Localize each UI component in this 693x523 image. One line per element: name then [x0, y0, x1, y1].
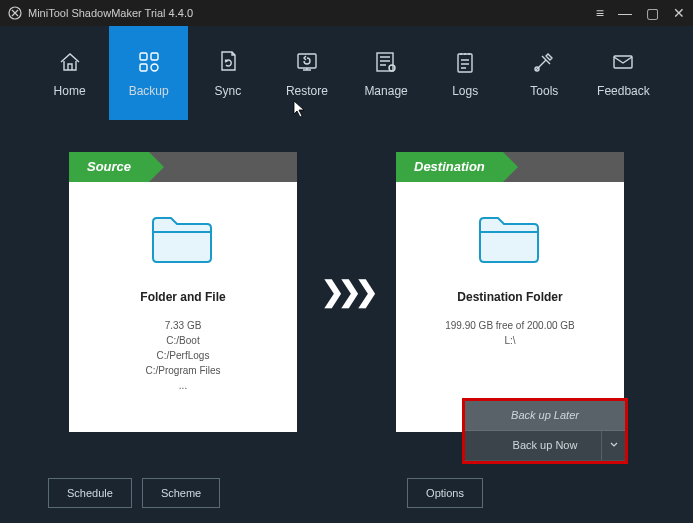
source-path: C:/Boot [166, 333, 199, 348]
tab-label: Backup [129, 84, 169, 98]
destination-header: Destination [396, 152, 624, 182]
tab-label: Home [54, 84, 86, 98]
close-icon[interactable]: ✕ [673, 5, 685, 21]
chevron-down-icon[interactable] [601, 431, 625, 460]
tab-label: Logs [452, 84, 478, 98]
toolbar: Home Backup Sync Restore Manage [0, 26, 693, 120]
svg-rect-2 [151, 53, 158, 60]
backup-later-button[interactable]: Back up Later [465, 401, 625, 431]
svg-rect-6 [377, 53, 393, 71]
source-header: Source [69, 152, 297, 182]
folder-icon [147, 210, 219, 268]
tab-restore[interactable]: Restore [267, 26, 346, 120]
source-card[interactable]: Source Folder and File 7.33 GB C:/Boot C… [69, 152, 297, 432]
schedule-button[interactable]: Schedule [48, 478, 132, 508]
backup-now-button[interactable]: Back up Now [465, 431, 625, 461]
feedback-icon [609, 48, 637, 76]
backup-now-label: Back up Now [513, 439, 578, 451]
source-size: 7.33 GB [165, 318, 202, 333]
maximize-icon[interactable]: ▢ [646, 5, 659, 21]
tools-icon [530, 48, 558, 76]
svg-rect-10 [614, 56, 632, 68]
backup-later-label: Back up Later [511, 409, 579, 421]
tab-label: Feedback [597, 84, 650, 98]
svg-rect-3 [140, 64, 147, 71]
app-icon [8, 6, 22, 20]
sync-icon [214, 48, 242, 76]
content-area: Source Folder and File 7.33 GB C:/Boot C… [0, 120, 693, 463]
tab-manage[interactable]: Manage [347, 26, 426, 120]
source-path: C:/Program Files [145, 363, 220, 378]
app-title: MiniTool ShadowMaker Trial 4.4.0 [28, 7, 193, 19]
tab-home[interactable]: Home [30, 26, 109, 120]
source-path: C:/PerfLogs [157, 348, 210, 363]
source-path: ... [179, 378, 187, 393]
tab-sync[interactable]: Sync [188, 26, 267, 120]
source-header-label: Source [69, 152, 149, 182]
home-icon [56, 48, 84, 76]
svg-rect-5 [298, 54, 316, 68]
svg-rect-8 [458, 54, 472, 72]
scheme-button[interactable]: Scheme [142, 478, 220, 508]
backup-icon [135, 48, 163, 76]
destination-drive: L:\ [504, 333, 515, 348]
destination-card[interactable]: Destination Destination Folder 199.90 GB… [396, 152, 624, 432]
destination-size: 199.90 GB free of 200.00 GB [445, 318, 575, 333]
titlebar: MiniTool ShadowMaker Trial 4.4.0 ≡ — ▢ ✕ [0, 0, 693, 26]
tab-tools[interactable]: Tools [505, 26, 584, 120]
tab-feedback[interactable]: Feedback [584, 26, 663, 120]
tab-backup[interactable]: Backup [109, 26, 188, 120]
restore-icon [293, 48, 321, 76]
manage-icon [372, 48, 400, 76]
tab-label: Tools [530, 84, 558, 98]
destination-title: Destination Folder [457, 290, 562, 304]
arrow-icon: ❯❯❯ [321, 275, 372, 308]
destination-header-label: Destination [396, 152, 503, 182]
menu-icon[interactable]: ≡ [596, 5, 604, 21]
bottom-bar: Schedule Scheme Options [0, 463, 693, 523]
logs-icon [451, 48, 479, 76]
svg-point-4 [151, 64, 158, 71]
svg-rect-1 [140, 53, 147, 60]
tab-label: Sync [214, 84, 241, 98]
backup-dropdown: Back up Later Back up Now [462, 398, 628, 464]
folder-icon [474, 210, 546, 268]
tab-logs[interactable]: Logs [426, 26, 505, 120]
tab-label: Restore [286, 84, 328, 98]
source-title: Folder and File [140, 290, 225, 304]
minimize-icon[interactable]: — [618, 5, 632, 21]
options-button[interactable]: Options [407, 478, 483, 508]
tab-label: Manage [364, 84, 407, 98]
